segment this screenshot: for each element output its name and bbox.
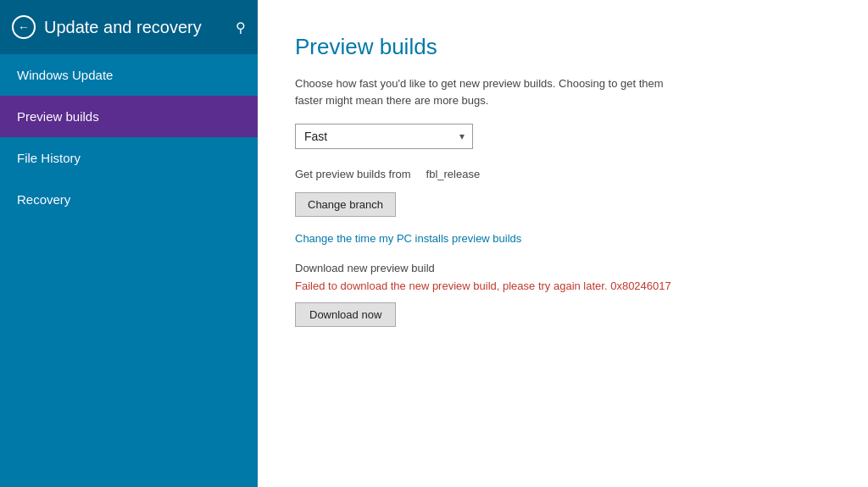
sidebar-item-recovery[interactable]: Recovery: [0, 179, 258, 220]
sidebar: ← Update and recovery ⚲ Windows Update P…: [0, 0, 258, 487]
change-time-link[interactable]: Change the time my PC installs preview b…: [295, 232, 831, 245]
sidebar-title: Update and recovery: [44, 18, 202, 37]
description-text: Choose how fast you'd like to get new pr…: [295, 75, 685, 108]
change-branch-button[interactable]: Change branch: [295, 192, 396, 217]
sidebar-header[interactable]: ← Update and recovery ⚲: [0, 0, 258, 54]
download-label: Download new preview build: [295, 262, 831, 274]
sidebar-item-file-history[interactable]: File History: [0, 137, 258, 179]
branch-label: Get preview builds from: [295, 168, 411, 180]
sidebar-item-windows-update[interactable]: Windows Update: [0, 54, 258, 96]
error-text: Failed to download the new preview build…: [295, 279, 831, 292]
sidebar-item-preview-builds[interactable]: Preview builds: [0, 96, 258, 137]
back-icon[interactable]: ←: [12, 15, 36, 39]
speed-select-wrapper[interactable]: Slow Fast Very fast: [295, 124, 473, 149]
branch-row: Get preview builds from fbl_release: [295, 168, 831, 180]
branch-value: fbl_release: [426, 168, 481, 180]
download-now-button[interactable]: Download now: [295, 302, 396, 327]
main-content: Preview builds Choose how fast you'd lik…: [258, 0, 868, 487]
speed-select[interactable]: Slow Fast Very fast: [295, 124, 473, 149]
page-title: Preview builds: [295, 34, 831, 60]
search-icon[interactable]: ⚲: [236, 19, 246, 36]
